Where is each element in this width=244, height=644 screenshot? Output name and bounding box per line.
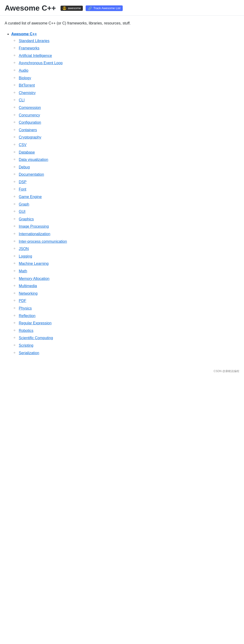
- toc-link[interactable]: Biology: [19, 76, 31, 80]
- toc-link[interactable]: Physics: [19, 306, 32, 310]
- toc-link[interactable]: Configuration: [19, 120, 41, 124]
- toc-link[interactable]: BitTorrent: [19, 83, 35, 87]
- page-title: Awesome C++: [5, 4, 56, 12]
- sub-level-list: Standard LibrariesFrameworksArtificial I…: [11, 37, 239, 357]
- toc-link[interactable]: Asynchronous Event Loop: [19, 61, 63, 65]
- toc-link[interactable]: Multimedia: [19, 284, 37, 288]
- list-item: Game Engine: [19, 193, 239, 201]
- toc-link[interactable]: Robotics: [19, 328, 33, 332]
- toc-link[interactable]: CSV: [19, 143, 26, 147]
- list-item: Inter-process communication: [19, 238, 239, 245]
- toc-link[interactable]: Networking: [19, 292, 37, 296]
- list-item: Concurrency: [19, 112, 239, 119]
- toc-link[interactable]: Cryptography: [19, 135, 41, 139]
- list-item: Debug: [19, 164, 239, 171]
- toc-top-link[interactable]: Awesome C++: [11, 32, 37, 36]
- toc-link[interactable]: Database: [19, 150, 35, 154]
- list-item: Robotics: [19, 327, 239, 334]
- list-item: Graph: [19, 201, 239, 208]
- list-item: Math: [19, 268, 239, 275]
- awesome-badge-text: awesome: [68, 6, 81, 10]
- page-description: A curated list of awesome C++ (or C) fra…: [0, 16, 152, 30]
- list-item: Machine Learning: [19, 260, 239, 268]
- toc-link[interactable]: Serialization: [19, 351, 39, 355]
- track-awesome-list-button[interactable]: 🔗 Track Awesome List: [86, 6, 123, 11]
- toc-link[interactable]: Compression: [19, 106, 41, 110]
- list-item: Documentation: [19, 171, 239, 178]
- toc-link[interactable]: Debug: [19, 165, 30, 169]
- list-item: JSON: [19, 245, 239, 252]
- list-item: CLI: [19, 96, 239, 104]
- track-awesome-list-label: Track Awesome List: [93, 6, 121, 10]
- toc-link[interactable]: Concurrency: [19, 113, 40, 117]
- list-item: Reflection: [19, 312, 239, 320]
- toc-link[interactable]: Inter-process communication: [19, 240, 67, 244]
- toc-link[interactable]: Scientific Computing: [19, 336, 53, 340]
- toc-link[interactable]: Frameworks: [19, 46, 39, 50]
- list-item: Standard Libraries: [19, 37, 239, 45]
- toc-link[interactable]: Math: [19, 269, 27, 273]
- list-item: Regular Expression: [19, 320, 239, 327]
- list-item: Frameworks: [19, 44, 239, 52]
- list-item: Audio: [19, 67, 239, 74]
- toc-link[interactable]: Artificial Intelligence: [19, 54, 52, 58]
- toc-link[interactable]: CLI: [19, 98, 25, 102]
- toc-link[interactable]: Internationalization: [19, 232, 50, 236]
- toc-link[interactable]: PDF: [19, 299, 26, 303]
- list-item: Scientific Computing: [19, 334, 239, 342]
- list-item: Physics: [19, 304, 239, 312]
- list-item: Memory Allocation: [19, 275, 239, 282]
- list-item: Containers: [19, 126, 239, 134]
- toc-content: Awesome C++ Standard LibrariesFrameworks…: [0, 30, 244, 367]
- list-item: PDF: [19, 297, 239, 304]
- list-item: Data visualization: [19, 156, 239, 164]
- list-item: Biology: [19, 74, 239, 82]
- toc-link[interactable]: Memory Allocation: [19, 276, 49, 280]
- toc-link[interactable]: Graph: [19, 202, 29, 206]
- toc-link[interactable]: JSON: [19, 247, 29, 251]
- toc-link[interactable]: Logging: [19, 254, 32, 258]
- sunglasses-icon: 😎: [62, 6, 66, 10]
- list-item: Font: [19, 186, 239, 193]
- toc-link[interactable]: Scripting: [19, 344, 33, 348]
- list-item: Cryptography: [19, 134, 239, 141]
- list-item: Logging: [19, 252, 239, 260]
- list-item: Chemistry: [19, 89, 239, 97]
- list-item: Database: [19, 149, 239, 156]
- list-item: Configuration: [19, 119, 239, 126]
- toc-link[interactable]: DSP: [19, 180, 26, 184]
- toc-link[interactable]: Machine Learning: [19, 262, 49, 266]
- list-item: Asynchronous Event Loop: [19, 59, 239, 67]
- toc-link[interactable]: Standard Libraries: [19, 39, 49, 43]
- list-item: Graphics: [19, 216, 239, 223]
- toc-link[interactable]: Data visualization: [19, 158, 48, 162]
- toc-link[interactable]: Game Engine: [19, 195, 42, 199]
- list-item: Multimedia: [19, 282, 239, 290]
- toc-link[interactable]: Containers: [19, 128, 37, 132]
- list-item: Networking: [19, 290, 239, 297]
- list-item: BitTorrent: [19, 82, 239, 89]
- top-level-list: Awesome C++ Standard LibrariesFrameworks…: [5, 32, 239, 357]
- list-item: Internationalization: [19, 230, 239, 238]
- page-header: Awesome C++ 😎 awesome 🔗 Track Awesome Li…: [0, 0, 244, 16]
- toc-link[interactable]: Audio: [19, 68, 28, 72]
- track-icon: 🔗: [88, 6, 92, 10]
- awesome-badge: 😎 awesome: [61, 6, 83, 11]
- toc-link[interactable]: Graphics: [19, 217, 34, 221]
- toc-link[interactable]: Image Processing: [19, 224, 49, 228]
- toc-link[interactable]: GUI: [19, 210, 25, 214]
- toc-link[interactable]: Regular Expression: [19, 321, 52, 325]
- list-item: Serialization: [19, 349, 239, 357]
- toc-link[interactable]: Chemistry: [19, 91, 36, 95]
- list-item: CSV: [19, 141, 239, 149]
- list-item: DSP: [19, 178, 239, 186]
- toc-link[interactable]: Reflection: [19, 314, 35, 318]
- toc-link[interactable]: Font: [19, 187, 26, 191]
- top-level-item: Awesome C++ Standard LibrariesFrameworks…: [11, 32, 239, 357]
- list-item: Image Processing: [19, 223, 239, 230]
- list-item: Artificial Intelligence: [19, 52, 239, 60]
- toc-link[interactable]: Documentation: [19, 172, 44, 176]
- list-item: GUI: [19, 208, 239, 216]
- list-item: Compression: [19, 104, 239, 112]
- footer-watermark: CSDN @康晓说编程: [0, 367, 244, 376]
